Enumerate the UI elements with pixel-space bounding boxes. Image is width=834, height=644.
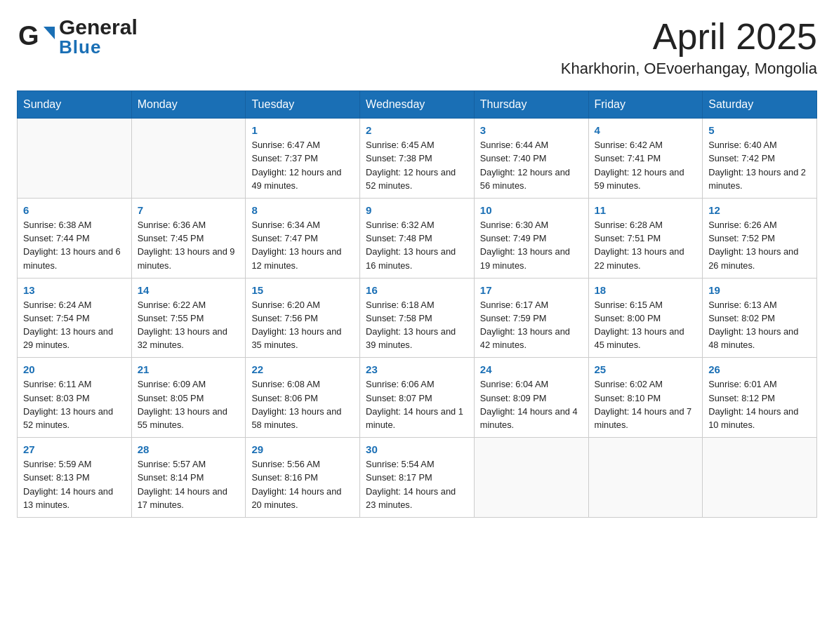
day-info: Sunrise: 6:15 AMSunset: 8:00 PMDaylight:… bbox=[595, 298, 697, 352]
calendar-cell: 8Sunrise: 6:34 AMSunset: 7:47 PMDaylight… bbox=[246, 198, 360, 278]
day-info: Sunrise: 5:57 AMSunset: 8:14 PMDaylight:… bbox=[138, 457, 240, 511]
calendar-cell: 2Sunrise: 6:45 AMSunset: 7:38 PMDaylight… bbox=[360, 119, 475, 199]
day-info: Sunrise: 6:02 AMSunset: 8:10 PMDaylight:… bbox=[595, 377, 697, 431]
day-info: Sunrise: 6:08 AMSunset: 8:06 PMDaylight:… bbox=[251, 377, 354, 431]
day-info: Sunrise: 6:38 AMSunset: 7:44 PMDaylight:… bbox=[23, 218, 126, 272]
day-info: Sunrise: 6:47 AMSunset: 7:37 PMDaylight:… bbox=[251, 138, 354, 192]
calendar-cell: 18Sunrise: 6:15 AMSunset: 8:00 PMDayligh… bbox=[588, 278, 703, 358]
day-number: 3 bbox=[480, 124, 583, 136]
day-number: 10 bbox=[480, 204, 583, 216]
day-info: Sunrise: 6:42 AMSunset: 7:41 PMDaylight:… bbox=[595, 138, 697, 192]
svg-marker-1 bbox=[44, 27, 55, 39]
day-info: Sunrise: 6:18 AMSunset: 7:58 PMDaylight:… bbox=[366, 298, 468, 352]
calendar-cell: 22Sunrise: 6:08 AMSunset: 8:06 PMDayligh… bbox=[246, 358, 360, 438]
calendar-cell: 3Sunrise: 6:44 AMSunset: 7:40 PMDaylight… bbox=[474, 119, 588, 199]
day-info: Sunrise: 6:32 AMSunset: 7:48 PMDaylight:… bbox=[366, 218, 468, 272]
day-info: Sunrise: 5:56 AMSunset: 8:16 PMDaylight:… bbox=[251, 457, 354, 511]
day-number: 8 bbox=[251, 204, 354, 216]
day-number: 29 bbox=[251, 443, 354, 455]
calendar-cell bbox=[131, 119, 246, 199]
day-info: Sunrise: 6:24 AMSunset: 7:54 PMDaylight:… bbox=[23, 298, 126, 352]
day-info: Sunrise: 6:01 AMSunset: 8:12 PMDaylight:… bbox=[708, 377, 811, 431]
calendar-cell: 11Sunrise: 6:28 AMSunset: 7:51 PMDayligh… bbox=[588, 198, 703, 278]
calendar-cell: 6Sunrise: 6:38 AMSunset: 7:44 PMDaylight… bbox=[18, 198, 132, 278]
day-number: 1 bbox=[251, 124, 354, 136]
day-info: Sunrise: 6:36 AMSunset: 7:45 PMDaylight:… bbox=[138, 218, 240, 272]
header-friday: Friday bbox=[588, 91, 703, 119]
calendar-cell: 7Sunrise: 6:36 AMSunset: 7:45 PMDaylight… bbox=[131, 198, 246, 278]
header-tuesday: Tuesday bbox=[246, 91, 360, 119]
day-info: Sunrise: 6:04 AMSunset: 8:09 PMDaylight:… bbox=[480, 377, 583, 431]
week-row-4: 20Sunrise: 6:11 AMSunset: 8:03 PMDayligh… bbox=[18, 358, 817, 438]
day-info: Sunrise: 6:09 AMSunset: 8:05 PMDaylight:… bbox=[138, 377, 240, 431]
day-number: 13 bbox=[23, 284, 126, 296]
day-number: 30 bbox=[366, 443, 468, 455]
logo-general-text: General bbox=[59, 17, 138, 38]
day-number: 20 bbox=[23, 363, 126, 375]
svg-text:G: G bbox=[18, 21, 39, 51]
day-number: 11 bbox=[595, 204, 697, 216]
header-thursday: Thursday bbox=[474, 91, 588, 119]
day-info: Sunrise: 6:28 AMSunset: 7:51 PMDaylight:… bbox=[595, 218, 697, 272]
day-info: Sunrise: 6:17 AMSunset: 7:59 PMDaylight:… bbox=[480, 298, 583, 352]
day-info: Sunrise: 6:20 AMSunset: 7:56 PMDaylight:… bbox=[251, 298, 354, 352]
calendar-cell: 13Sunrise: 6:24 AMSunset: 7:54 PMDayligh… bbox=[18, 278, 132, 358]
calendar-cell: 14Sunrise: 6:22 AMSunset: 7:55 PMDayligh… bbox=[131, 278, 246, 358]
calendar-cell: 26Sunrise: 6:01 AMSunset: 8:12 PMDayligh… bbox=[703, 358, 817, 438]
day-info: Sunrise: 5:59 AMSunset: 8:13 PMDaylight:… bbox=[23, 457, 126, 511]
calendar-cell bbox=[588, 438, 703, 518]
day-info: Sunrise: 6:26 AMSunset: 7:52 PMDaylight:… bbox=[708, 218, 811, 272]
calendar-cell: 27Sunrise: 5:59 AMSunset: 8:13 PMDayligh… bbox=[18, 438, 132, 518]
calendar-cell: 23Sunrise: 6:06 AMSunset: 8:07 PMDayligh… bbox=[360, 358, 475, 438]
calendar-cell: 21Sunrise: 6:09 AMSunset: 8:05 PMDayligh… bbox=[131, 358, 246, 438]
calendar-cell: 9Sunrise: 6:32 AMSunset: 7:48 PMDaylight… bbox=[360, 198, 475, 278]
header-wednesday: Wednesday bbox=[360, 91, 475, 119]
calendar-cell bbox=[703, 438, 817, 518]
day-number: 16 bbox=[366, 284, 468, 296]
title-block: April 2025 Kharkhorin, OEvoerhangay, Mon… bbox=[561, 17, 817, 78]
calendar-cell: 16Sunrise: 6:18 AMSunset: 7:58 PMDayligh… bbox=[360, 278, 475, 358]
day-number: 2 bbox=[366, 124, 468, 136]
calendar-cell: 20Sunrise: 6:11 AMSunset: 8:03 PMDayligh… bbox=[18, 358, 132, 438]
day-number: 25 bbox=[595, 363, 697, 375]
calendar-cell: 30Sunrise: 5:54 AMSunset: 8:17 PMDayligh… bbox=[360, 438, 475, 518]
header-monday: Monday bbox=[131, 91, 246, 119]
week-row-2: 6Sunrise: 6:38 AMSunset: 7:44 PMDaylight… bbox=[18, 198, 817, 278]
day-info: Sunrise: 6:45 AMSunset: 7:38 PMDaylight:… bbox=[366, 138, 468, 192]
day-number: 5 bbox=[708, 124, 811, 136]
calendar-cell: 29Sunrise: 5:56 AMSunset: 8:16 PMDayligh… bbox=[246, 438, 360, 518]
calendar-cell bbox=[474, 438, 588, 518]
calendar-cell: 24Sunrise: 6:04 AMSunset: 8:09 PMDayligh… bbox=[474, 358, 588, 438]
day-info: Sunrise: 6:40 AMSunset: 7:42 PMDaylight:… bbox=[708, 138, 811, 192]
day-number: 26 bbox=[708, 363, 811, 375]
calendar-cell: 5Sunrise: 6:40 AMSunset: 7:42 PMDaylight… bbox=[703, 119, 817, 199]
day-number: 27 bbox=[23, 443, 126, 455]
header-saturday: Saturday bbox=[703, 91, 817, 119]
day-number: 7 bbox=[138, 204, 240, 216]
logo: G General Blue bbox=[17, 17, 138, 56]
logo-blue-text: Blue bbox=[59, 38, 138, 56]
calendar-cell: 12Sunrise: 6:26 AMSunset: 7:52 PMDayligh… bbox=[703, 198, 817, 278]
logo-icon: G bbox=[17, 20, 56, 51]
day-info: Sunrise: 6:44 AMSunset: 7:40 PMDaylight:… bbox=[480, 138, 583, 192]
day-number: 21 bbox=[138, 363, 240, 375]
week-row-5: 27Sunrise: 5:59 AMSunset: 8:13 PMDayligh… bbox=[18, 438, 817, 518]
day-info: Sunrise: 6:13 AMSunset: 8:02 PMDaylight:… bbox=[708, 298, 811, 352]
calendar-cell bbox=[18, 119, 132, 199]
day-number: 24 bbox=[480, 363, 583, 375]
calendar-cell: 15Sunrise: 6:20 AMSunset: 7:56 PMDayligh… bbox=[246, 278, 360, 358]
day-info: Sunrise: 6:34 AMSunset: 7:47 PMDaylight:… bbox=[251, 218, 354, 272]
calendar-cell: 28Sunrise: 5:57 AMSunset: 8:14 PMDayligh… bbox=[131, 438, 246, 518]
day-info: Sunrise: 6:22 AMSunset: 7:55 PMDaylight:… bbox=[138, 298, 240, 352]
calendar-cell: 1Sunrise: 6:47 AMSunset: 7:37 PMDaylight… bbox=[246, 119, 360, 199]
day-number: 14 bbox=[138, 284, 240, 296]
page-header: G General Blue April 2025 Kharkhorin, OE… bbox=[17, 17, 817, 78]
day-info: Sunrise: 6:30 AMSunset: 7:49 PMDaylight:… bbox=[480, 218, 583, 272]
calendar-cell: 4Sunrise: 6:42 AMSunset: 7:41 PMDaylight… bbox=[588, 119, 703, 199]
day-number: 4 bbox=[595, 124, 697, 136]
calendar-table: SundayMondayTuesdayWednesdayThursdayFrid… bbox=[17, 90, 817, 518]
calendar-cell: 17Sunrise: 6:17 AMSunset: 7:59 PMDayligh… bbox=[474, 278, 588, 358]
week-row-3: 13Sunrise: 6:24 AMSunset: 7:54 PMDayligh… bbox=[18, 278, 817, 358]
day-number: 23 bbox=[366, 363, 468, 375]
page-subtitle: Kharkhorin, OEvoerhangay, Mongolia bbox=[561, 60, 817, 78]
